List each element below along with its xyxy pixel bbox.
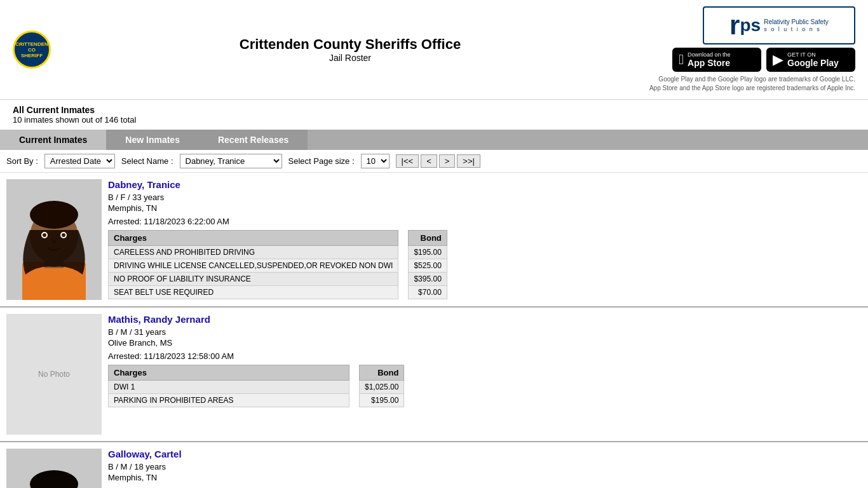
inmate-details: Dabney, Tranice B / F / 33 years Memphis… <box>108 179 862 300</box>
inmate-location: Olive Branch, MS <box>108 338 862 348</box>
google-play-small-text: GET IT ON <box>787 51 839 58</box>
charge-text: DRIVING WHILE LICENSE CANCELLED,SUSPENDE… <box>109 259 398 273</box>
inmate-arrested-date: Arrested: 11/18/2023 12:58:00 AM <box>108 351 862 361</box>
app-store-small-text: Download on the <box>688 51 731 58</box>
charge-row: SEAT BELT USE REQUIRED <box>109 286 398 299</box>
inmates-list: Dabney, Tranice B / F / 33 years Memphis… <box>0 173 868 488</box>
bond-row: $195.00 <box>360 394 404 407</box>
charge-text: NO PROOF OF LIABILITY INSURANCE <box>109 273 398 286</box>
header-title-area: Crittenden County Sheriffs Office Jail R… <box>51 36 649 63</box>
charge-text: CARELESS AND PROHIBITED DRIVING <box>109 246 398 259</box>
inmate-photo <box>6 449 102 488</box>
app-store-note-line2: App Store and the App Store logo are reg… <box>649 84 855 93</box>
all-current-inmates-label: All Current Inmates <box>13 105 855 115</box>
app-store-note: Google Play and the Google Play logo are… <box>649 75 855 93</box>
sheriff-badge-container: CRITTENDENCOSHERIFF <box>13 30 51 69</box>
charges-bond-section: Charges DWI 1PARKING IN PROHIBITED AREAS… <box>108 365 862 407</box>
charge-text: SEAT BELT USE REQUIRED <box>109 286 398 299</box>
inmate-demographics: B / M / 18 years <box>108 462 862 471</box>
app-badges-container:  Download on the App Store ▶ GET IT ON … <box>672 48 855 72</box>
page-size-select[interactable]: 10 25 50 <box>361 154 390 168</box>
bond-amount: $70.00 <box>409 286 447 299</box>
google-play-badge[interactable]: ▶ GET IT ON Google Play <box>766 48 855 72</box>
nav-next-button[interactable]: > <box>439 154 456 168</box>
tab-current-inmates[interactable]: Current Inmates <box>0 130 106 150</box>
inmate-row: Galloway, Cartel B / M / 18 years Memphi… <box>0 442 868 488</box>
header-right-area: r ps Relativity Public Safety s o l u t … <box>649 6 855 93</box>
bond-row: $195.00 <box>409 246 447 259</box>
inmate-location: Memphis, TN <box>108 203 862 213</box>
charge-text: PARKING IN PROHIBITED AREAS <box>109 394 349 407</box>
inmate-demographics: B / M / 31 years <box>108 327 862 337</box>
bond-table: Bond $1,025.00$195.00 <box>359 365 404 407</box>
controls-bar: Sort By : Arrested Date Name Select Name… <box>0 150 868 173</box>
sort-by-select[interactable]: Arrested Date Name <box>44 154 115 168</box>
apple-icon:  <box>679 51 684 68</box>
app-store-big-text: App Store <box>688 58 731 68</box>
inmate-name[interactable]: Dabney, Tranice <box>108 179 862 190</box>
bond-amount: $195.00 <box>360 394 404 407</box>
bond-row: $395.00 <box>409 273 447 286</box>
bond-amount: $195.00 <box>409 246 447 259</box>
charge-row: CARELESS AND PROHIBITED DRIVING <box>109 246 398 259</box>
page-subtitle: Jail Roster <box>51 53 649 63</box>
charges-table: Charges DWI 1PARKING IN PROHIBITED AREAS <box>108 365 349 407</box>
svg-point-4 <box>30 201 78 229</box>
bond-amount: $1,025.00 <box>360 381 404 394</box>
bond-header: Bond <box>409 231 447 246</box>
charges-bond-section: Charges CARELESS AND PROHIBITED DRIVINGD… <box>108 230 862 299</box>
rps-logo-r: r <box>729 10 740 41</box>
app-store-note-line1: Google Play and the Google Play logo are… <box>649 75 855 84</box>
inmate-photo <box>6 179 102 300</box>
google-play-icon: ▶ <box>773 51 783 68</box>
rps-logo-ps: ps <box>740 15 761 36</box>
tab-recent-releases[interactable]: Recent Releases <box>199 130 308 150</box>
inmate-arrested-date: Arrested: 11/18/2023 6:22:00 AM <box>108 217 862 226</box>
svg-point-7 <box>43 233 46 237</box>
sort-by-label: Sort By : <box>6 156 38 166</box>
svg-point-8 <box>62 233 65 237</box>
page-size-label: Select Page size : <box>288 156 355 166</box>
inmate-row: No Photo Mathis, Randy Jernard B / M / 3… <box>0 308 868 442</box>
charge-row: NO PROOF OF LIABILITY INSURANCE <box>109 273 398 286</box>
pagination-controls: |<< < > >>| <box>396 154 480 168</box>
charge-text: DWI 1 <box>109 381 349 394</box>
sheriff-badge: CRITTENDENCOSHERIFF <box>13 30 51 69</box>
page-title: Crittenden County Sheriffs Office <box>51 36 649 53</box>
bond-amount: $525.00 <box>409 259 447 273</box>
charges-table: Charges CARELESS AND PROHIBITED DRIVINGD… <box>108 230 398 299</box>
tab-new-inmates[interactable]: New Inmates <box>106 130 199 150</box>
bond-row: $525.00 <box>409 259 447 273</box>
inmates-header: All Current Inmates 10 inmates shown out… <box>0 100 868 130</box>
nav-prev-button[interactable]: < <box>421 154 437 168</box>
inmate-name[interactable]: Mathis, Randy Jernard <box>108 314 862 325</box>
rps-logo-tagline: Relativity Public Safety s o l u t i o n… <box>764 18 829 34</box>
inmate-photo-placeholder: No Photo <box>6 314 102 435</box>
charges-header: Charges <box>109 231 398 246</box>
badge-text: CRITTENDENCOSHERIFF <box>15 41 48 58</box>
app-store-badge[interactable]:  Download on the App Store <box>672 48 761 72</box>
google-play-big-text: Google Play <box>787 58 839 68</box>
charges-header: Charges <box>109 365 349 381</box>
bond-row: $70.00 <box>409 286 447 299</box>
charge-row: DWI 1 <box>109 381 349 394</box>
inmate-demographics: B / F / 33 years <box>108 193 862 202</box>
bond-table: Bond $195.00$525.00$395.00$70.00 <box>408 230 447 299</box>
inmate-details: Mathis, Randy Jernard B / M / 31 years O… <box>108 314 862 435</box>
inmate-location: Memphis, TN <box>108 473 862 482</box>
inmates-count: 10 inmates shown out of 146 total <box>13 115 855 125</box>
charge-row: PARKING IN PROHIBITED AREAS <box>109 394 349 407</box>
select-name-label: Select Name : <box>121 156 173 166</box>
inmate-name[interactable]: Galloway, Cartel <box>108 449 862 459</box>
page-header: CRITTENDENCOSHERIFF Crittenden County Sh… <box>0 0 868 100</box>
nav-first-button[interactable]: |<< <box>396 154 419 168</box>
tabs-bar: Current Inmates New Inmates Recent Relea… <box>0 130 868 150</box>
rps-logo: r ps Relativity Public Safety s o l u t … <box>703 6 855 44</box>
nav-last-button[interactable]: >>| <box>457 154 480 168</box>
bond-amount: $395.00 <box>409 273 447 286</box>
charge-row: DRIVING WHILE LICENSE CANCELLED,SUSPENDE… <box>109 259 398 273</box>
bond-header: Bond <box>360 365 404 381</box>
inmate-row: Dabney, Tranice B / F / 33 years Memphis… <box>0 173 868 308</box>
bond-row: $1,025.00 <box>360 381 404 394</box>
select-name-dropdown[interactable]: Dabney, Tranice Mathis, Randy Jernard Ga… <box>180 154 282 168</box>
